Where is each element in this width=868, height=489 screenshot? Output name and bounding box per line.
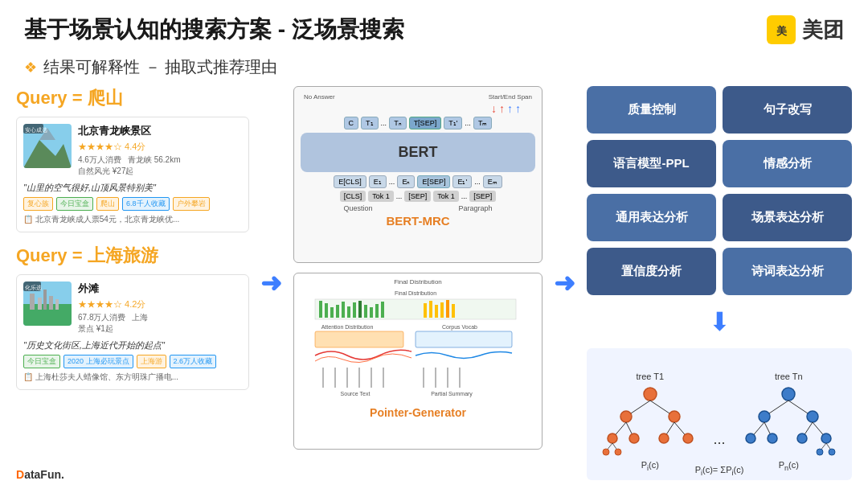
tok-dots2: ... <box>461 191 468 202</box>
result-card-2: 化乐选 外滩 ★★★★☆ 4.2分 67.8万人消费 上海 景点 ¥1起 <box>16 274 249 390</box>
svg-rect-24 <box>353 302 356 318</box>
svg-text:Final Distribution: Final Distribution <box>395 290 436 296</box>
emb-m: Eₘ <box>483 175 502 188</box>
tree-container-2: tree Tn <box>734 372 845 472</box>
tok-cls: [CLS] <box>340 191 366 202</box>
card-nature-1: 自然风光 ¥27起 <box>78 166 242 177</box>
token-c: C <box>344 117 359 129</box>
btn-quality-control[interactable]: 质量控制 <box>587 86 716 134</box>
down-arrow-icon: ⬇ <box>587 306 852 337</box>
logo-area: 美 美团 <box>767 15 844 44</box>
card-stars-1: ★★★★☆ 4.4分 <box>78 141 242 153</box>
svg-text:安心成选: 安心成选 <box>25 127 47 133</box>
red-arrow-down-1: ↓ <box>491 102 497 115</box>
tok-sep: [SEP] <box>404 191 431 202</box>
red-arrow-up-1: ↑ <box>499 102 505 115</box>
final-dist-label: Final Distribution <box>299 278 537 286</box>
query-label-1: Query = 爬山 <box>16 86 249 110</box>
svg-rect-33 <box>440 302 444 318</box>
svg-point-56 <box>669 411 680 422</box>
btn-poetry-expression[interactable]: 诗词表达分析 <box>723 248 852 295</box>
datafun-logo: DataFun. <box>16 468 64 481</box>
emb-1p: E₁' <box>452 175 472 188</box>
svg-point-84 <box>817 449 823 455</box>
diamond-icon: ❖ <box>24 59 37 76</box>
svg-point-68 <box>615 449 621 455</box>
svg-rect-9 <box>30 294 35 310</box>
svg-rect-12 <box>49 296 53 310</box>
btn-confidence-analysis[interactable]: 置信度分析 <box>587 248 716 295</box>
emb-sep: E[SEP] <box>417 175 450 188</box>
right-arrow-icon: ➜ <box>260 268 282 298</box>
card-image-2: 化乐选 <box>23 281 72 326</box>
svg-point-73 <box>807 411 818 422</box>
tree-container-1: tree T1 <box>595 372 706 472</box>
tag-2: 今日宝盒 <box>56 197 93 211</box>
blue-arrow-up-1: ↑ <box>507 102 513 115</box>
bert-title: BERT <box>305 144 530 161</box>
tag-6: 今日宝盒 <box>23 355 60 368</box>
token-t1p: T₁' <box>444 117 462 129</box>
svg-rect-27 <box>370 307 373 318</box>
bert-box: BERT <box>301 133 535 172</box>
paragraph-label: Paragraph <box>458 204 492 212</box>
card-info-1: 北京青龙峡景区 ★★★★☆ 4.4分 4.6万人消费 青龙峡 56.2km 自然… <box>78 124 242 177</box>
svg-point-72 <box>759 411 770 422</box>
token-tn: Tₙ <box>389 117 407 129</box>
emb-dots: ... <box>389 175 395 188</box>
svg-rect-13 <box>55 299 59 310</box>
tag-4: 6.8千人收藏 <box>122 197 170 211</box>
card-meta-2: 67.8万人消费 上海 <box>78 312 242 323</box>
card-tags-2: 今日宝盒 2020 上海必玩景点 上海游 2.6万人收藏 <box>23 355 242 368</box>
right-panel: 质量控制 句子改写 语言模型-PPL 情感分析 通用表达分析 场景表达分析 置信… <box>587 86 852 480</box>
svg-rect-32 <box>435 305 438 318</box>
svg-rect-35 <box>452 304 455 318</box>
svg-point-61 <box>608 434 617 443</box>
token-t1: T₁ <box>361 117 379 129</box>
sub-header: ❖ 结果可解释性 － 抽取式推荐理由 <box>0 53 868 86</box>
svg-rect-25 <box>358 301 362 318</box>
blue-arrow-up-2: ↑ <box>515 102 521 115</box>
tag-7: 2020 上海必玩景点 <box>63 355 133 368</box>
btn-sentence-rewrite[interactable]: 句子改写 <box>723 86 852 134</box>
card-top-2: 化乐选 外滩 ★★★★☆ 4.2分 67.8万人消费 上海 景点 ¥1起 <box>23 281 242 335</box>
svg-point-67 <box>603 449 609 455</box>
tag-9: 2.6万人收藏 <box>170 355 217 368</box>
token-dots2: ... <box>465 117 471 129</box>
grid-buttons: 质量控制 句子改写 语言模型-PPL 情感分析 通用表达分析 场景表达分析 置信… <box>587 86 852 295</box>
middle-panel: No Answer Start/End Span ↓ ↑ ↑ ↑ C T₁ ..… <box>293 86 542 480</box>
query-label-2: Query = 上海旅游 <box>16 244 249 268</box>
tree-label-2: tree Tn <box>775 372 803 381</box>
svg-rect-11 <box>43 290 47 310</box>
datafun-d: D <box>16 468 24 481</box>
no-answer-label: No Answer <box>304 93 335 101</box>
svg-point-63 <box>659 434 669 443</box>
svg-rect-21 <box>336 305 339 318</box>
svg-text:Source Text: Source Text <box>341 391 371 397</box>
tok-1: Tok 1 <box>368 191 394 202</box>
card-extra-2: 📋 上海杜莎夫人蜡像馆、东方明珠广播电... <box>23 372 242 383</box>
svg-point-52 <box>644 388 657 401</box>
btn-language-model-ppl[interactable]: 语言模型-PPL <box>587 140 716 187</box>
svg-text:Partial Summary: Partial Summary <box>431 391 473 397</box>
center-arrow-2: ➜ <box>554 86 575 480</box>
tag-8: 上海游 <box>137 355 166 368</box>
right-arrow-icon-2: ➜ <box>554 268 575 298</box>
btn-general-expression[interactable]: 通用表达分析 <box>587 194 716 241</box>
svg-rect-18 <box>319 301 322 318</box>
svg-rect-20 <box>330 307 334 318</box>
svg-rect-34 <box>446 300 449 318</box>
svg-point-55 <box>620 411 632 422</box>
emb-cls: E[CLS] <box>334 175 366 188</box>
svg-point-80 <box>797 434 807 443</box>
token-tsep: T[SEP] <box>409 117 442 129</box>
card-title-1: 北京青龙峡景区 <box>78 124 242 138</box>
pointer-chart: Final Distribution <box>299 287 532 400</box>
left-panel: Query = 爬山 安心成选 北京青龙峡景区 <box>16 86 249 480</box>
svg-rect-29 <box>381 302 384 318</box>
btn-scene-expression[interactable]: 场景表达分析 <box>723 194 852 241</box>
svg-rect-17 <box>315 299 516 319</box>
card-image-1: 安心成选 <box>23 124 72 168</box>
btn-sentiment-analysis[interactable]: 情感分析 <box>723 140 852 187</box>
svg-rect-38 <box>315 331 403 347</box>
